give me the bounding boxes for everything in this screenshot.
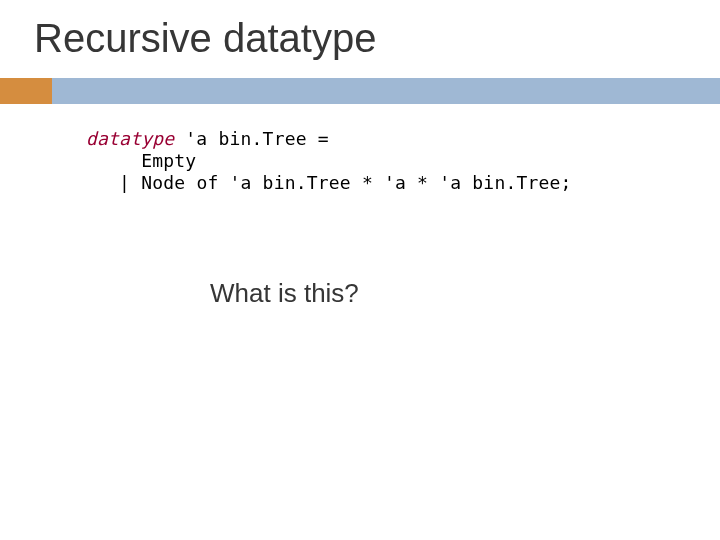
keyword-of: of	[196, 172, 218, 193]
rule-accent-left	[0, 78, 52, 104]
code-line-3: | Node of 'a bin.Tree * 'a * 'a bin.Tree…	[86, 172, 572, 194]
question-text: What is this?	[210, 278, 359, 309]
title-rule	[0, 78, 720, 104]
code-block: datatype 'a bin.Tree = Empty | Node of '…	[86, 128, 572, 194]
code-line-3-before: | Node	[86, 172, 196, 193]
rule-accent-right	[52, 78, 720, 104]
code-line-3-after: 'a bin.Tree * 'a * 'a bin.Tree;	[218, 172, 571, 193]
slide: Recursive datatype datatype 'a bin.Tree …	[0, 0, 720, 540]
code-line-1-rest: 'a bin.Tree =	[174, 128, 329, 149]
code-line-2: Empty	[86, 150, 572, 172]
slide-title: Recursive datatype	[34, 16, 376, 61]
code-line-1: datatype 'a bin.Tree =	[86, 128, 572, 150]
keyword-datatype: datatype	[86, 128, 174, 149]
